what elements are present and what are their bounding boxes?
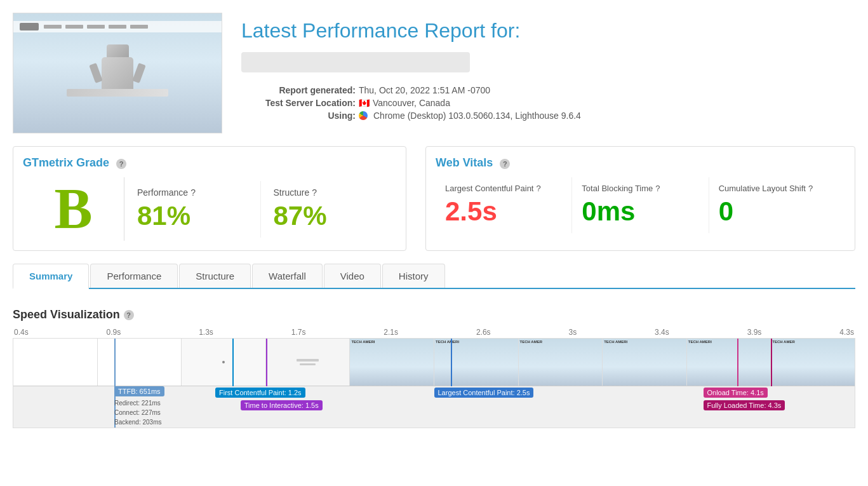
frame-10: TECH AMER [771, 339, 855, 386]
header-info: Latest Performance Report for: Report ge… [241, 13, 855, 121]
frame-5: TECH AMERI [350, 339, 434, 386]
performance-metric: Performance ? 81% [124, 181, 261, 238]
gtmetrix-grade-box: GTmetrix Grade ? B Performance ? 81% [13, 146, 406, 251]
fl-marker: Fully Loaded Time: 4.3s [704, 400, 785, 410]
frames-row: TECH AMERI TECH AMERI TECH AMER TECH AME… [13, 339, 855, 386]
frame-4 [266, 339, 351, 386]
structure-label: Structure ? [274, 187, 384, 198]
site-screenshot [13, 13, 222, 133]
frame-1 [13, 339, 98, 386]
main-container: Latest Performance Report for: Report ge… [0, 0, 868, 486]
gtmetrix-grade-title: GTmetrix Grade ? [23, 156, 396, 170]
tab-structure[interactable]: Structure [179, 264, 251, 288]
lcp-label: Largest Contentful Paint: 2.5s [434, 388, 534, 398]
frame-8: TECH AMERI [603, 339, 687, 386]
grades-section: GTmetrix Grade ? B Performance ? 81% [13, 146, 855, 251]
header-section: Latest Performance Report for: Report ge… [13, 13, 855, 133]
fcp-label: First Contentful Paint: 1.2s [215, 388, 305, 398]
test-server-row: Test Server Location: 🇨🇦 Vancouver, Cana… [254, 98, 855, 108]
gtmetrix-help-icon[interactable]: ? [116, 159, 126, 169]
fl-label: Fully Loaded Time: 4.3s [704, 400, 785, 410]
grade-letter-box: B [23, 177, 124, 241]
report-generated-value: Thu, Oct 20, 2022 1:51 AM -0700 [359, 85, 490, 95]
lcp-line [451, 339, 452, 386]
ruler-mark-4: 2.1s [384, 328, 398, 337]
frame-6: TECH AMERI [434, 339, 519, 386]
tab-video[interactable]: Video [324, 264, 381, 288]
tti-line [266, 339, 267, 386]
tabs-section: Summary Performance Structure Waterfall … [13, 264, 855, 289]
lcp-marker: Largest Contentful Paint: 2.5s [434, 388, 534, 398]
performance-help-icon[interactable]: ? [190, 187, 196, 198]
ruler-mark-0: 0.4s [14, 328, 29, 337]
tbt-help-icon[interactable]: ? [655, 184, 660, 193]
structure-metric: Structure ? 87% [261, 181, 397, 238]
frame-3 [182, 339, 266, 386]
tab-waterfall[interactable]: Waterfall [252, 264, 323, 288]
ruler-mark-2: 1.3s [199, 328, 213, 337]
using-row: Using: Chrome (Desktop) 103.0.5060.134, … [254, 111, 855, 121]
speed-viz-title: Speed Visualization ? [13, 308, 855, 321]
ruler-mark-8: 3.9s [747, 328, 762, 337]
tabs-row: Summary Performance Structure Waterfall … [13, 264, 855, 288]
url-bar [241, 52, 470, 72]
ruler-mark-9: 4.3s [839, 328, 854, 337]
tab-performance[interactable]: Performance [90, 264, 178, 288]
tti-marker: Time to Interactive: 1.5s [241, 400, 323, 410]
tbt-vital: Total Blocking Time ? 0ms [572, 177, 709, 233]
chrome-icon [359, 111, 368, 120]
lcp-value: 2.5s [445, 196, 562, 227]
fcp-marker: First Contentful Paint: 1.2s [215, 388, 305, 398]
performance-value: 81% [137, 201, 248, 231]
timeline-area: TECH AMERI TECH AMERI TECH AMER TECH AME… [13, 338, 855, 428]
speed-viz-section: Speed Visualization ? 0.4s 0.9s 1.3s 1.7… [13, 302, 855, 435]
cls-value: 0 [719, 196, 836, 227]
ttfb-sub: Redirect: 221ms Connect: 227ms Backend: … [114, 398, 164, 427]
vitals-content: Largest Contentful Paint ? 2.5s Total Bl… [436, 177, 845, 233]
onload-line [737, 339, 738, 386]
ruler-mark-7: 3.4s [655, 328, 669, 337]
tbt-value: 0ms [582, 196, 698, 227]
cls-vital: Cumulative Layout Shift ? 0 [709, 177, 845, 233]
ruler-mark-1: 0.9s [107, 328, 121, 337]
onload-label: Onload Time: 4.1s [704, 388, 768, 398]
report-meta: Report generated: Thu, Oct 20, 2022 1:51… [254, 85, 855, 121]
ttfb-label: TTFB: 651ms [114, 386, 164, 396]
structure-value: 87% [274, 201, 384, 231]
grade-letter: B [54, 180, 92, 238]
fl-line [771, 339, 772, 386]
performance-label: Performance ? [137, 187, 248, 198]
tti-label: Time to Interactive: 1.5s [241, 400, 323, 410]
using-label: Using: [254, 111, 356, 121]
ruler-mark-3: 1.7s [291, 328, 306, 337]
flag-canada-icon: 🇨🇦 [359, 98, 370, 108]
cls-label: Cumulative Layout Shift ? [719, 184, 836, 193]
tab-history[interactable]: History [382, 264, 445, 288]
web-vitals-box: Web Vitals ? Largest Contentful Paint ? … [425, 146, 855, 251]
using-value: Chrome (Desktop) 103.0.5060.134, Lightho… [373, 111, 581, 121]
tab-summary[interactable]: Summary [13, 264, 89, 289]
grade-content: B Performance ? 81% Structure ? [23, 177, 396, 241]
lcp-vital: Largest Contentful Paint ? 2.5s [436, 177, 572, 233]
markers-area: TTFB: 651ms Redirect: 221ms Connect: 227… [13, 386, 855, 428]
onload-marker: Onload Time: 4.1s [704, 388, 768, 398]
frame-7: TECH AMER [519, 339, 603, 386]
timeline-ruler: 0.4s 0.9s 1.3s 1.7s 2.1s 2.6s 3s 3.4s 3.… [13, 328, 855, 337]
ruler-mark-6: 3s [568, 328, 577, 337]
fcp-line [232, 339, 234, 386]
web-vitals-help-icon[interactable]: ? [500, 159, 510, 169]
lcp-label: Largest Contentful Paint ? [445, 184, 562, 193]
test-server-label: Test Server Location: [254, 98, 356, 108]
ruler-mark-5: 2.6s [476, 328, 491, 337]
frame-9: TECH AMERI [687, 339, 771, 386]
speed-viz-help-icon[interactable]: ? [124, 310, 134, 320]
grade-metrics: Performance ? 81% Structure ? 87% [124, 181, 396, 238]
lcp-help-icon[interactable]: ? [536, 184, 540, 193]
report-generated-label: Report generated: [254, 85, 356, 95]
report-title: Latest Performance Report for: [241, 19, 855, 43]
ttfb-marker: TTFB: 651ms Redirect: 221ms Connect: 227… [114, 386, 164, 427]
tbt-label: Total Blocking Time ? [582, 184, 698, 193]
report-generated-row: Report generated: Thu, Oct 20, 2022 1:51… [254, 85, 855, 95]
cls-help-icon[interactable]: ? [808, 184, 813, 193]
structure-help-icon[interactable]: ? [312, 187, 317, 198]
